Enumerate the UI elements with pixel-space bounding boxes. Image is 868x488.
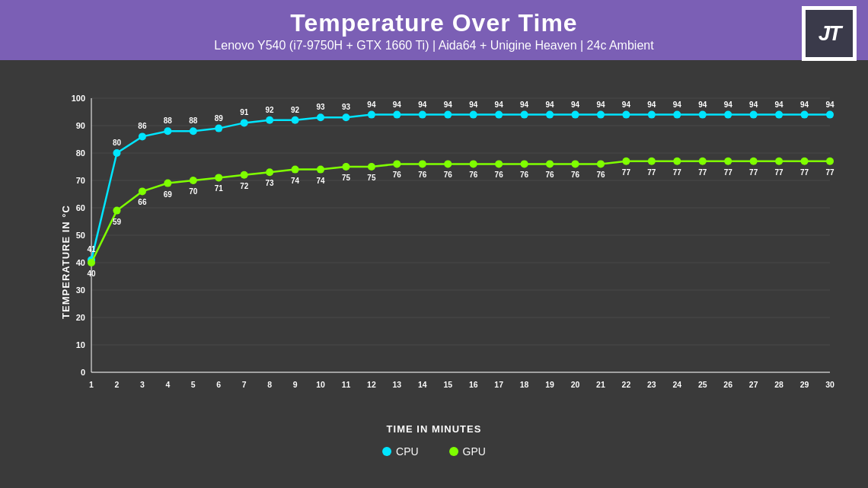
svg-point-39 [470,111,477,119]
logo-text: JT [806,10,853,57]
svg-point-51 [775,111,783,119]
svg-text:88: 88 [189,116,198,125]
svg-text:93: 93 [316,103,325,111]
legend-cpu: CPU [382,445,419,458]
svg-point-53 [826,111,834,119]
svg-text:2: 2 [115,380,120,389]
svg-text:94: 94 [647,100,656,109]
svg-text:94: 94 [520,100,529,109]
svg-point-25 [113,149,120,157]
svg-point-72 [546,160,554,167]
svg-point-76 [648,158,656,165]
svg-text:60: 60 [76,203,85,212]
svg-text:29: 29 [800,380,809,389]
svg-text:74: 74 [316,177,325,185]
svg-text:41: 41 [87,245,96,254]
svg-point-36 [393,111,400,119]
svg-point-48 [699,111,707,119]
svg-text:10: 10 [76,340,85,349]
svg-text:16: 16 [469,380,478,389]
svg-text:94: 94 [469,100,478,109]
svg-text:9: 9 [293,380,298,389]
svg-point-44 [597,111,605,119]
svg-text:0: 0 [81,368,85,377]
svg-text:69: 69 [164,190,173,199]
svg-text:5: 5 [191,380,196,389]
svg-text:77: 77 [622,168,631,177]
svg-text:70: 70 [189,187,198,196]
svg-text:89: 89 [215,114,224,123]
svg-point-61 [266,168,273,176]
svg-text:71: 71 [215,184,224,193]
svg-point-46 [648,111,656,119]
chart-title: Temperature Over Time [15,9,853,37]
svg-text:7: 7 [242,380,247,389]
svg-text:12: 12 [367,380,376,389]
svg-text:20: 20 [76,313,85,322]
svg-point-27 [164,127,171,135]
svg-text:94: 94 [698,100,707,109]
svg-text:72: 72 [240,182,249,190]
svg-text:66: 66 [138,198,147,206]
svg-text:76: 76 [495,171,504,179]
svg-point-33 [317,113,324,121]
svg-text:77: 77 [775,168,784,177]
svg-text:1: 1 [89,380,94,389]
svg-point-38 [444,111,452,119]
svg-text:76: 76 [596,171,605,179]
svg-text:11: 11 [342,380,351,389]
svg-text:22: 22 [622,380,631,389]
svg-text:6: 6 [216,380,221,389]
svg-text:75: 75 [342,174,351,182]
svg-point-82 [801,158,809,165]
svg-text:59: 59 [113,218,122,226]
svg-point-75 [622,158,630,165]
legend-gpu: GPU [449,445,486,458]
svg-text:92: 92 [266,106,275,114]
svg-text:76: 76 [469,171,478,179]
svg-text:80: 80 [76,148,85,158]
chart-container: 0102030405060708090100 41808688888991929… [61,83,845,403]
svg-point-41 [521,111,528,119]
svg-text:77: 77 [647,168,656,177]
svg-text:76: 76 [571,171,580,179]
svg-point-69 [470,160,477,167]
svg-point-68 [444,160,452,167]
svg-point-47 [673,111,681,119]
svg-point-54 [88,259,95,266]
svg-point-74 [597,160,605,167]
svg-text:77: 77 [800,168,809,177]
svg-text:26: 26 [723,380,732,389]
svg-point-79 [724,158,732,165]
svg-text:3: 3 [140,380,145,389]
svg-point-32 [292,116,299,124]
svg-text:28: 28 [774,380,783,389]
svg-text:77: 77 [698,168,707,177]
svg-text:94: 94 [724,100,733,109]
svg-point-66 [393,160,400,167]
svg-text:76: 76 [418,171,427,179]
svg-text:94: 94 [393,100,402,109]
svg-point-56 [139,187,146,195]
svg-point-62 [292,166,299,174]
svg-point-58 [190,177,197,184]
legend: CPU GPU [382,445,486,458]
svg-point-50 [750,111,758,119]
svg-point-83 [826,158,834,165]
svg-text:70: 70 [76,176,85,185]
svg-text:8: 8 [267,380,272,389]
svg-text:94: 94 [444,100,453,109]
svg-text:92: 92 [291,106,300,114]
svg-text:76: 76 [546,171,555,179]
chart-area: TEMPERATURE IN °C 0102030405060708090100… [0,60,868,464]
svg-text:94: 94 [418,100,427,109]
svg-point-77 [673,158,681,165]
svg-point-26 [139,132,146,140]
svg-text:4: 4 [165,380,170,389]
svg-text:76: 76 [520,171,529,179]
svg-point-78 [699,158,707,165]
svg-text:94: 94 [622,100,631,109]
svg-text:93: 93 [342,103,351,111]
svg-point-37 [419,111,426,119]
svg-point-31 [266,116,273,124]
